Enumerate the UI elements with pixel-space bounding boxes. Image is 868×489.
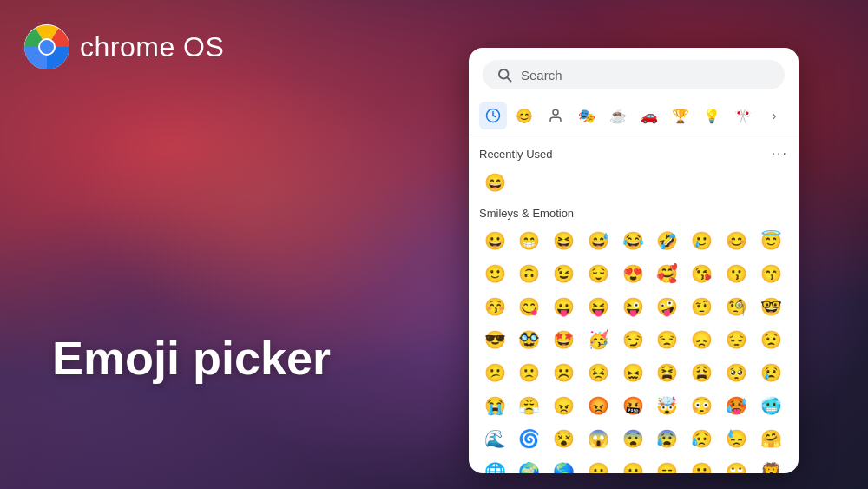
- tab-objects[interactable]: 🏆: [667, 102, 694, 129]
- emoji-cell[interactable]: 😊: [720, 225, 752, 256]
- emoji-cell[interactable]: 🧐: [720, 291, 752, 322]
- emoji-cell[interactable]: 🤣: [652, 225, 683, 256]
- svg-point-6: [553, 109, 558, 115]
- svg-point-2: [40, 40, 54, 54]
- emoji-cell[interactable]: 😜: [617, 291, 648, 322]
- emoji-content: Recently Used ··· 😄 Smileys & Emotion 😀 …: [469, 135, 799, 473]
- tab-more[interactable]: ›: [760, 102, 788, 129]
- emoji-cell[interactable]: 😖: [617, 357, 648, 388]
- emoji-cell[interactable]: 🌊: [479, 423, 510, 454]
- emoji-cell[interactable]: 🌀: [514, 423, 545, 454]
- emoji-cell[interactable]: 😒: [652, 324, 683, 355]
- people-icon: [548, 108, 563, 123]
- tab-flags[interactable]: 🎌: [729, 102, 757, 129]
- emoji-cell[interactable]: 😗: [720, 258, 752, 289]
- emoji-cell[interactable]: 😋: [514, 291, 545, 322]
- emoji-cell[interactable]: 😛: [549, 291, 580, 322]
- emoji-cell[interactable]: 😥: [687, 423, 718, 454]
- emoji-cell[interactable]: 😁: [514, 225, 545, 256]
- emoji-cell[interactable]: 🌎: [549, 456, 580, 473]
- emoji-cell[interactable]: 🤯: [652, 390, 683, 421]
- emoji-cell[interactable]: 😇: [755, 225, 786, 256]
- tab-travel[interactable]: 🚗: [635, 102, 663, 129]
- emoji-cell[interactable]: 😍: [617, 258, 648, 289]
- search-bar-container: Search: [469, 48, 799, 98]
- emoji-cell[interactable]: 🤓: [755, 291, 786, 322]
- emoji-cell[interactable]: 🥺: [720, 357, 752, 388]
- emoji-cell[interactable]: 😐: [617, 456, 648, 473]
- emoji-cell[interactable]: 😬: [687, 456, 718, 473]
- emoji-cell[interactable]: 😑: [652, 456, 683, 473]
- emoji-cell[interactable]: 🦁: [755, 456, 786, 473]
- emoji-cell[interactable]: 🥲: [687, 225, 718, 256]
- tab-symbols[interactable]: 💡: [698, 102, 726, 129]
- emoji-cell[interactable]: 🥶: [755, 390, 786, 421]
- emoji-cell[interactable]: 🌐: [479, 456, 510, 473]
- emoji-recent-1[interactable]: 😄: [479, 167, 510, 198]
- tab-activities[interactable]: 🎭: [573, 102, 601, 129]
- emoji-cell[interactable]: 😟: [755, 324, 786, 355]
- emoji-cell[interactable]: 😅: [582, 225, 614, 256]
- emoji-cell[interactable]: 😰: [652, 423, 683, 454]
- emoji-cell[interactable]: 😚: [479, 291, 510, 322]
- emoji-cell[interactable]: 🤪: [652, 291, 683, 322]
- emoji-cell[interactable]: 😫: [652, 357, 683, 388]
- emoji-cell[interactable]: 🙁: [514, 357, 545, 388]
- chrome-os-title: chrome OS: [80, 31, 224, 63]
- emoji-cell[interactable]: 😨: [617, 423, 648, 454]
- emoji-cell[interactable]: 😘: [687, 258, 718, 289]
- emoji-cell[interactable]: 😵: [549, 423, 580, 454]
- emoji-cell[interactable]: 🤗: [755, 423, 786, 454]
- emoji-cell[interactable]: 😉: [549, 258, 580, 289]
- emoji-cell[interactable]: 🌍: [514, 456, 545, 473]
- emoji-cell[interactable]: 😭: [479, 390, 510, 421]
- tab-smileys[interactable]: 😊: [510, 102, 538, 129]
- chrome-os-header: chrome OS: [24, 24, 224, 69]
- emoji-cell[interactable]: 🙄: [720, 456, 752, 473]
- emoji-cell[interactable]: 🥵: [720, 390, 752, 421]
- emoji-cell[interactable]: 😌: [582, 258, 614, 289]
- emoji-cell[interactable]: 🥳: [582, 324, 614, 355]
- recently-used-header: Recently Used ···: [479, 146, 788, 162]
- emoji-cell[interactable]: 😓: [720, 423, 752, 454]
- tab-food[interactable]: ☕: [604, 102, 632, 129]
- emoji-cell[interactable]: 🙂: [479, 258, 510, 289]
- emoji-cell[interactable]: 😀: [479, 225, 510, 256]
- emoji-cell[interactable]: 😣: [582, 357, 614, 388]
- emoji-cell[interactable]: 😩: [687, 357, 718, 388]
- emoji-cell[interactable]: 😤: [514, 390, 545, 421]
- emoji-cell[interactable]: 😶: [582, 456, 614, 473]
- recently-used-grid: 😄: [479, 167, 788, 198]
- emoji-cell[interactable]: 🤩: [549, 324, 580, 355]
- emoji-cell[interactable]: 🥸: [514, 324, 545, 355]
- smileys-header: Smileys & Emotion: [479, 207, 788, 220]
- emoji-cell[interactable]: 😎: [479, 324, 510, 355]
- emoji-cell[interactable]: 😏: [617, 324, 648, 355]
- emoji-cell[interactable]: 🤬: [617, 390, 648, 421]
- search-bar[interactable]: Search: [483, 60, 785, 89]
- tab-people[interactable]: [542, 102, 569, 129]
- emoji-cell[interactable]: 😂: [617, 225, 648, 256]
- emoji-cell[interactable]: 😙: [755, 258, 786, 289]
- emoji-cell[interactable]: 😝: [582, 291, 614, 322]
- category-tabs: 😊 🎭 ☕ 🚗 🏆 💡 🎌: [469, 98, 799, 135]
- emoji-cell[interactable]: 😡: [582, 390, 614, 421]
- tab-recent[interactable]: [479, 102, 507, 129]
- emoji-cell[interactable]: 🙃: [514, 258, 545, 289]
- emoji-cell[interactable]: 🥰: [652, 258, 683, 289]
- hero-title: Emoji picker: [52, 331, 331, 385]
- emoji-cell[interactable]: 🤨: [687, 291, 718, 322]
- emoji-cell[interactable]: ☹️: [549, 357, 580, 388]
- emoji-cell[interactable]: 😱: [582, 423, 614, 454]
- emoji-cell[interactable]: 😆: [549, 225, 580, 256]
- search-placeholder: Search: [521, 68, 771, 83]
- emoji-cell[interactable]: 😠: [549, 390, 580, 421]
- recently-used-title: Recently Used: [479, 148, 553, 161]
- emoji-cell[interactable]: 😞: [687, 324, 718, 355]
- recently-used-more[interactable]: ···: [772, 146, 788, 162]
- emoji-cell[interactable]: 😢: [755, 357, 786, 388]
- smileys-grid: 😀 😁 😆 😅 😂 🤣 🥲 😊 😇 🙂 🙃 😉 😌 😍 🥰 😘 😗 😙 😚 😋 …: [479, 225, 788, 473]
- emoji-cell[interactable]: 😕: [479, 357, 510, 388]
- emoji-cell[interactable]: 😳: [687, 390, 718, 421]
- emoji-cell[interactable]: 😔: [720, 324, 752, 355]
